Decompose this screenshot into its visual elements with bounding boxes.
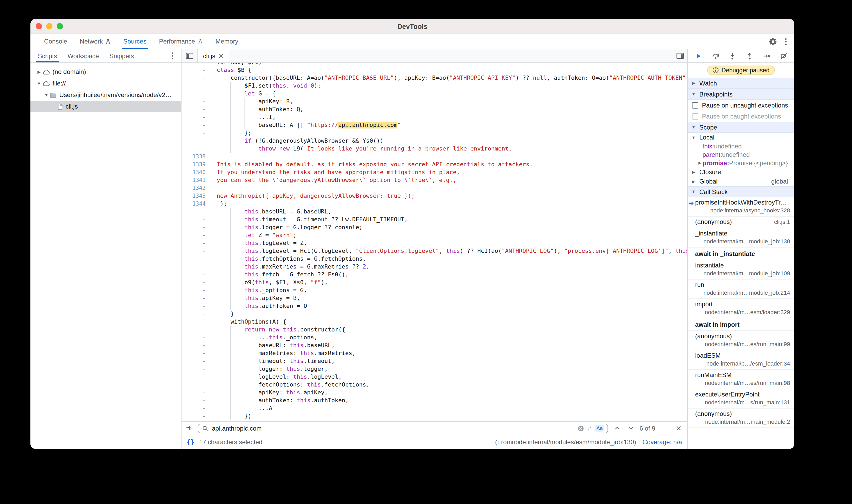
- callstack-frame-instantiate[interactable]: _instantiatenode:internal/m…module_job:1…: [688, 228, 794, 248]
- step-out-button[interactable]: [745, 51, 755, 60]
- line-gutter[interactable]: -: [181, 145, 209, 152]
- line-gutter[interactable]: -: [181, 278, 209, 286]
- step-button[interactable]: [762, 51, 771, 60]
- chevron-expanded-icon[interactable]: ▼: [43, 93, 50, 97]
- settings-gear-icon[interactable]: [769, 37, 777, 46]
- checkbox[interactable]: [692, 113, 698, 119]
- line-gutter[interactable]: -: [181, 404, 209, 412]
- step-into-button[interactable]: [728, 51, 737, 60]
- replace-toggle-icon[interactable]: [186, 425, 194, 432]
- chevron-expanded-icon[interactable]: ▼: [36, 81, 42, 86]
- callstack-frame-anonymous[interactable]: (anonymous)cli.js:1: [688, 217, 794, 228]
- line-gutter[interactable]: -: [181, 90, 209, 97]
- line-gutter[interactable]: -: [181, 231, 209, 239]
- callstack-frame-import[interactable]: importnode:internal/m…esm/loader:329: [688, 299, 794, 318]
- zoom-window-button[interactable]: [57, 23, 63, 29]
- callstack-frame-runmainesm[interactable]: runMainESMnode:internal/m…es/run_main:98: [688, 370, 794, 389]
- callstack-frame-anonymous[interactable]: (anonymous)node:internal/m…main_module:2: [688, 409, 794, 428]
- scope-section-header[interactable]: ▼ Scope: [688, 122, 794, 133]
- checkbox[interactable]: [692, 102, 698, 108]
- chevron-collapsed-icon[interactable]: ▶: [691, 179, 696, 184]
- line-gutter[interactable]: -: [181, 286, 209, 294]
- line-gutter[interactable]: -: [181, 302, 209, 310]
- line-gutter[interactable]: -: [181, 63, 209, 66]
- line-gutter[interactable]: -: [181, 334, 209, 341]
- step-over-button[interactable]: [711, 51, 720, 60]
- resume-button[interactable]: [694, 51, 703, 60]
- line-gutter[interactable]: -: [181, 373, 209, 381]
- line-gutter[interactable]: 1338: [181, 152, 209, 161]
- line-gutter[interactable]: -: [181, 105, 209, 113]
- chevron-collapsed-icon[interactable]: ▶: [697, 161, 703, 165]
- line-gutter[interactable]: -: [181, 310, 209, 318]
- line-gutter[interactable]: -: [181, 137, 209, 145]
- more-menu-icon[interactable]: [785, 37, 787, 46]
- tree-item-cli-js[interactable]: cli.js: [31, 101, 181, 112]
- tree-item-users-jinhuilee-nvm-versions-node-v2[interactable]: ▼Users/jinhuilee/.nvm/versions/node/v2…: [31, 89, 181, 101]
- sidebar-tab-snippets[interactable]: Snippets: [104, 49, 139, 62]
- navigator-more-menu-icon[interactable]: [166, 52, 179, 60]
- breakpoint-option-pause-on-uncaught-exceptions[interactable]: Pause on uncaught exceptions: [688, 100, 794, 111]
- line-gutter[interactable]: -: [181, 255, 209, 263]
- line-gutter[interactable]: -: [181, 216, 209, 223]
- line-gutter[interactable]: -: [181, 318, 209, 326]
- tab-network[interactable]: Network: [73, 34, 117, 49]
- minimize-window-button[interactable]: [46, 23, 52, 29]
- line-gutter[interactable]: -: [181, 349, 209, 357]
- callstack-frame-anonymous[interactable]: (anonymous)node:internal/m…es/run_main:9…: [688, 331, 794, 350]
- regex-toggle[interactable]: .*: [588, 425, 591, 431]
- line-gutter[interactable]: -: [181, 66, 209, 74]
- tree-item-file[interactable]: ▼file://: [31, 78, 181, 89]
- tab-sources[interactable]: Sources: [117, 34, 153, 49]
- coverage-link[interactable]: Coverage: n/a: [642, 438, 682, 446]
- chevron-expanded-icon[interactable]: ▼: [691, 135, 696, 140]
- line-gutter[interactable]: 1342: [181, 184, 209, 192]
- match-case-toggle[interactable]: Aa: [595, 425, 604, 432]
- line-gutter[interactable]: -: [181, 129, 209, 137]
- chevron-collapsed-icon[interactable]: ▶: [691, 170, 696, 174]
- toggle-navigator-icon[interactable]: [181, 52, 197, 59]
- line-gutter[interactable]: -: [181, 239, 209, 247]
- chevron-expanded-icon[interactable]: ▼: [691, 125, 696, 129]
- tab-memory[interactable]: Memory: [209, 34, 245, 49]
- line-gutter[interactable]: -: [181, 271, 209, 278]
- line-gutter[interactable]: 1341: [181, 176, 209, 184]
- callstack-frame-promiseinithookwithdestroytr[interactable]: promiseInitHookWithDestroyTr…node:intern…: [688, 197, 794, 217]
- scope-section-closure[interactable]: ▶Closure: [688, 167, 794, 177]
- line-gutter[interactable]: -: [181, 263, 209, 271]
- chevron-expanded-icon[interactable]: ▼: [691, 92, 696, 96]
- callstack-frame-executeuserentrypoint[interactable]: executeUserEntryPointnode:internal/m…s/r…: [688, 389, 794, 409]
- line-gutter[interactable]: -: [181, 208, 209, 216]
- line-gutter[interactable]: -: [181, 326, 209, 334]
- line-gutter[interactable]: -: [181, 357, 209, 365]
- chevron-expanded-icon[interactable]: ▼: [691, 189, 696, 194]
- sidebar-tab-scripts[interactable]: Scripts: [33, 49, 62, 62]
- deactivate-breakpoints-button[interactable]: [779, 51, 788, 60]
- chevron-collapsed-icon[interactable]: ▶: [36, 70, 42, 74]
- scope-variable-parent[interactable]: parentundefined: [688, 150, 794, 159]
- callstack-section-header[interactable]: ▼ Call Stack: [688, 186, 794, 197]
- callstack-frame-instantiate[interactable]: instantiatenode:internal/m…module_job:10…: [688, 260, 794, 280]
- line-gutter[interactable]: -: [181, 247, 209, 255]
- scope-variable-this[interactable]: thisundefined: [688, 142, 794, 150]
- line-gutter[interactable]: -: [181, 389, 209, 396]
- scope-section-local[interactable]: ▼Local: [688, 133, 794, 142]
- tab-console[interactable]: Console: [38, 34, 73, 49]
- line-gutter[interactable]: -: [181, 381, 209, 389]
- code-editor[interactable]: -var Xs0, $F1;-class $B {- constructor({…: [181, 63, 687, 421]
- callstack-frame-loadesm[interactable]: loadESMnode:internal/p…/esm_loader:34: [688, 350, 794, 370]
- search-input[interactable]: [198, 424, 608, 433]
- scope-variable-promise[interactable]: ▶promisePromise {<pending>}: [688, 159, 794, 167]
- line-gutter[interactable]: -: [181, 412, 209, 420]
- line-gutter[interactable]: -: [181, 223, 209, 231]
- clear-search-icon[interactable]: [578, 425, 584, 431]
- sidebar-tab-workspace[interactable]: Workspace: [62, 49, 104, 62]
- line-gutter[interactable]: 1339: [181, 161, 209, 168]
- line-gutter[interactable]: 1340: [181, 168, 209, 176]
- line-gutter[interactable]: -: [181, 121, 209, 129]
- close-tab-icon[interactable]: [219, 54, 224, 58]
- line-gutter[interactable]: -: [181, 97, 209, 105]
- tab-performance[interactable]: Performance: [153, 34, 209, 49]
- breakpoint-option-pause-on-caught-exceptions[interactable]: Pause on caught exceptions: [688, 111, 794, 122]
- find-previous-button[interactable]: [612, 424, 622, 433]
